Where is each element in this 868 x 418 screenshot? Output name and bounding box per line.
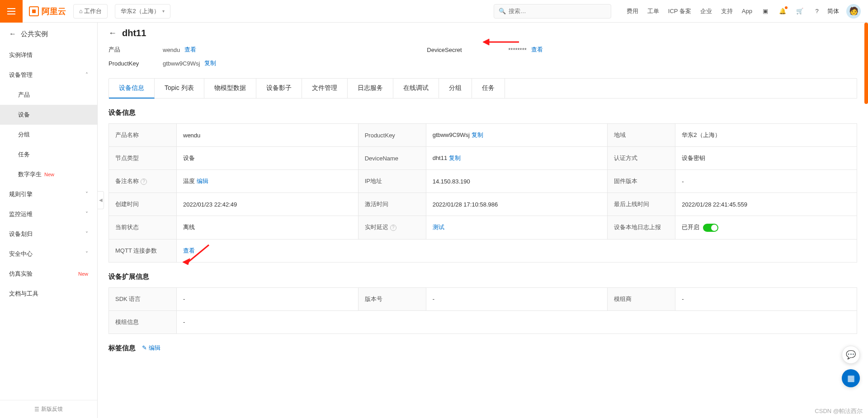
cell-val: 2022/01/28 17:10:58.986	[426, 193, 608, 216]
avatar[interactable]: 🧑	[846, 4, 861, 19]
tab-files[interactable]: 文件管理	[302, 79, 348, 98]
tab-logs[interactable]: 日志服务	[348, 79, 393, 98]
back-arrow-icon[interactable]: ←	[108, 28, 117, 38]
section-title-ext-info: 设备扩展信息	[108, 272, 857, 281]
arrow-left-icon: ←	[9, 30, 16, 38]
nav-billing[interactable]: 费用	[627, 7, 638, 15]
cell-text: 备注名称	[115, 178, 139, 184]
sidebar-feedback[interactable]: ☰ 新版反馈	[0, 400, 97, 418]
cell-text: gtbww9C9Wsj	[433, 132, 470, 138]
new-badge: New	[78, 271, 88, 277]
cell-key: MQTT 连接参数	[109, 239, 177, 262]
region-label: 华东2（上海）	[121, 7, 159, 15]
cell-text: 温度	[183, 178, 195, 184]
page-title: dht11	[122, 28, 146, 38]
help-icon[interactable]: ?	[141, 178, 147, 185]
hamburger-menu[interactable]	[0, 0, 23, 23]
sidebar-sub-group[interactable]: 分组	[0, 125, 97, 145]
sidebar-item-sim[interactable]: 仿真实验New	[0, 264, 97, 284]
sidebar-sub-device[interactable]: 设备	[0, 105, 97, 125]
section-title-device-info: 设备信息	[108, 108, 857, 117]
sidebar-back[interactable]: ← 公共实例	[0, 23, 97, 45]
sidebar-item-ops[interactable]: 监控运维˅	[0, 204, 97, 224]
tab-shadow[interactable]: 设备影子	[256, 79, 302, 98]
table-row: 备注名称? 温度 编辑 IP地址 14.150.83.190 固件版本 -	[109, 170, 857, 193]
sidebar-item-label: 文档与工具	[9, 290, 38, 298]
workspace-chip[interactable]: ⌂ 工作台	[73, 4, 108, 19]
cart-icon[interactable]: 🛒	[794, 5, 806, 17]
top-nav: 费用 工单 ICP 备案 企业 支持 App	[622, 7, 757, 15]
chevron-down-icon: ˅	[85, 251, 88, 257]
cell-val: -	[426, 287, 608, 310]
cell-key: 实时延迟?	[358, 216, 426, 240]
cell-val: -	[177, 310, 857, 333]
sidebar-item-label: 规则引擎	[9, 190, 33, 198]
logo[interactable]: 阿里云	[29, 6, 66, 17]
cell-key: 模组商	[608, 287, 675, 310]
chevron-down-icon: ▾	[162, 9, 165, 14]
tab-online-debug[interactable]: 在线调试	[393, 79, 439, 98]
nav-ticket[interactable]: 工单	[647, 7, 659, 15]
tab-topic-list[interactable]: Topic 列表	[155, 79, 204, 98]
nav-support[interactable]: 支持	[721, 7, 733, 15]
overview-product-label: 产品	[108, 46, 158, 54]
sidebar-item-label: 实例详情	[9, 51, 33, 59]
sidebar-item-docs[interactable]: 文档与工具	[0, 284, 97, 304]
sidebar-item-alloc[interactable]: 设备划归˅	[0, 224, 97, 244]
cell-text: 已开启	[682, 224, 699, 230]
help-icon[interactable]: ?	[811, 5, 823, 17]
sidebar-item-device-mgmt[interactable]: 设备管理 ˄	[0, 65, 97, 85]
float-apps-button[interactable]: ▦	[842, 369, 860, 387]
sidebar-sub-product[interactable]: 产品	[0, 85, 97, 105]
sidebar: ← 公共实例 实例详情 设备管理 ˄ 产品 设备 分组 任务 数字孪生New 规…	[0, 23, 98, 418]
cell-val: 离线	[177, 216, 359, 240]
lang-switch[interactable]: 简体	[827, 7, 839, 15]
tabs: 设备信息 Topic 列表 物模型数据 设备影子 文件管理 日志服务 在线调试 …	[108, 78, 857, 99]
sidebar-sub-twin[interactable]: 数字孪生New	[0, 164, 97, 184]
tab-task[interactable]: 任务	[472, 79, 505, 98]
terminal-icon[interactable]: ▣	[760, 5, 771, 17]
test-link[interactable]: 测试	[433, 224, 444, 230]
table-row: 创建时间 2022/01/23 22:42:49 激活时间 2022/01/28…	[109, 193, 857, 216]
nav-icp[interactable]: ICP 备案	[668, 7, 691, 15]
scroll-indicator[interactable]	[864, 23, 868, 104]
sidebar-item-detail[interactable]: 实例详情	[0, 45, 97, 65]
logo-text: 阿里云	[42, 6, 66, 17]
copy-link[interactable]: 复制	[449, 155, 461, 161]
help-icon[interactable]: ?	[390, 225, 396, 231]
tags-edit-link[interactable]: ✎ 编辑	[142, 344, 160, 352]
edit-link[interactable]: 编辑	[197, 178, 208, 184]
cell-key: IP地址	[358, 170, 426, 193]
table-row: SDK 语言 - 版本号 - 模组商 -	[109, 287, 857, 310]
tab-group[interactable]: 分组	[439, 79, 472, 98]
sidebar-item-security[interactable]: 安全中心˅	[0, 244, 97, 264]
log-toggle[interactable]	[703, 224, 718, 232]
float-chat-button[interactable]: 💬	[842, 346, 860, 364]
nav-enterprise[interactable]: 企业	[700, 7, 712, 15]
sidebar-item-rule[interactable]: 规则引擎˅	[0, 184, 97, 204]
overview-pk-copy-link[interactable]: 复制	[204, 59, 216, 67]
chevron-down-icon: ˅	[85, 231, 88, 237]
sidebar-sub-label: 数字孪生	[18, 170, 42, 178]
sidebar-sub-task[interactable]: 任务	[0, 145, 97, 164]
overview-product-view-link[interactable]: 查看	[184, 46, 196, 54]
edit-label: 编辑	[149, 344, 160, 351]
mqtt-view-link[interactable]: 查看	[183, 247, 195, 254]
overview-ds-label: DeviceSecret	[427, 47, 476, 53]
cell-key: ProductKey	[358, 124, 426, 147]
cell-key: 节点类型	[109, 147, 177, 170]
section-title-tags: 标签信息	[108, 344, 136, 352]
cell-key: 模组信息	[109, 310, 177, 333]
overview-ds-view-link[interactable]: 查看	[531, 46, 543, 54]
tab-model-data[interactable]: 物模型数据	[204, 79, 256, 98]
nav-app[interactable]: App	[742, 8, 752, 14]
search-input[interactable]	[509, 8, 606, 14]
region-selector[interactable]: 华东2（上海） ▾	[115, 4, 170, 19]
sidebar-feedback-label: 新版反馈	[41, 405, 63, 413]
bell-icon[interactable]: 🔔	[777, 5, 788, 17]
cell-key: 当前状态	[109, 216, 177, 240]
tab-device-info[interactable]: 设备信息	[109, 79, 155, 99]
search-box[interactable]: 🔍	[494, 4, 611, 19]
copy-link[interactable]: 复制	[472, 132, 483, 138]
sidebar-item-label: 设备划归	[9, 230, 33, 238]
